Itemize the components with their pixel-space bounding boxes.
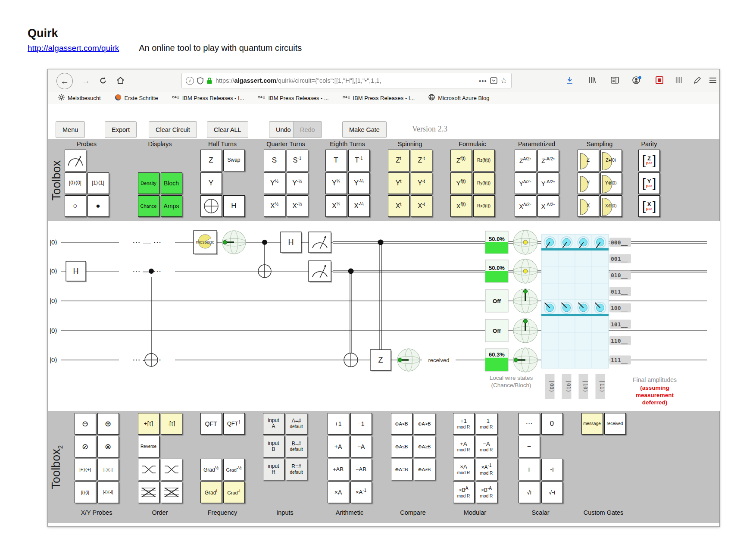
gate-b[interactable]: ×B-Amod R xyxy=(476,482,497,503)
gate-x-0[interactable]: X⊕|0⟩ xyxy=(600,195,622,217)
gate-x[interactable]: Xf(t) xyxy=(450,195,472,217)
gate-x[interactable]: Xt xyxy=(388,195,409,217)
gate-x[interactable]: [Xpar] xyxy=(638,195,660,217)
gate-a[interactable]: +Amod R xyxy=(453,436,475,457)
gate-z-0[interactable]: Z●|0⟩ xyxy=(600,150,622,171)
gate-z[interactable]: Zt xyxy=(388,150,409,171)
gate-bloch[interactable]: Bloch xyxy=(161,172,182,194)
gate-chance[interactable]: Chance xyxy=(138,195,159,217)
control-dot-classical[interactable] xyxy=(348,269,354,274)
gate-1-1[interactable]: |1⟩⟨1| xyxy=(87,172,109,194)
gate-dot-open[interactable]: ○ xyxy=(65,195,86,217)
gate-y[interactable]: Yf(t) xyxy=(450,172,472,194)
gate-a[interactable]: ×A xyxy=(328,482,349,503)
gate-y[interactable]: YA/2ⁿ xyxy=(515,172,536,194)
gate-x[interactable]: X½ xyxy=(264,195,285,217)
gate-x[interactable]: X-t xyxy=(411,195,432,217)
url-bar[interactable]: i https://algassert.com/quirk#circuit={"… xyxy=(181,73,512,88)
gate-x[interactable]: X-A/2ⁿ xyxy=(537,195,559,217)
clear-all-button[interactable]: Clear ALL xyxy=(207,121,248,138)
gate-[interactable]: ⊖ xyxy=(75,413,96,435)
gate-swap[interactable]: Swap xyxy=(223,150,245,171)
gate-weave[interactable] xyxy=(161,482,182,503)
gate-a[interactable]: −Amod R xyxy=(476,436,497,457)
gate-x[interactable]: X-½ xyxy=(287,195,308,217)
gate-y[interactable]: [Ypar] xyxy=(638,172,660,194)
app-menu-icon[interactable] xyxy=(706,74,719,87)
gate-[interactable]: ⋯ xyxy=(519,413,540,435)
gate-y[interactable]: Y½ xyxy=(264,172,285,194)
gate-a[interactable]: ×Amod R xyxy=(453,459,475,480)
gate-a[interactable]: +A xyxy=(328,436,349,457)
gate-[interactable]: − xyxy=(519,436,540,457)
gate-y[interactable]: Y-½ xyxy=(287,172,308,194)
gate-z[interactable]: Z-t xyxy=(411,150,432,171)
gate-t[interactable]: T-1 xyxy=(348,150,370,171)
gate-ab[interactable]: +AB xyxy=(328,459,349,480)
gate-y[interactable]: Yt xyxy=(388,172,409,194)
gate-a[interactable]: −A xyxy=(350,436,372,457)
gate-y-0[interactable]: Y⊗|0⟩ xyxy=(600,172,622,194)
star-icon[interactable]: ☆ xyxy=(500,76,507,85)
gate-x[interactable]: XA/2ⁿ xyxy=(515,195,536,217)
lock-icon[interactable] xyxy=(206,77,212,84)
gate-rx-f-t[interactable]: Rx(f(t)) xyxy=(473,195,495,217)
gate-y[interactable]: Y-A/2ⁿ xyxy=(537,172,559,194)
gate-z[interactable]: Z xyxy=(200,150,222,171)
gate-1[interactable]: −1 xyxy=(350,413,372,435)
reader-view-icon[interactable] xyxy=(608,74,621,87)
control-dot[interactable] xyxy=(149,269,154,274)
gate-rz-f-t[interactable]: Rz(f(t)) xyxy=(473,150,495,171)
extension-bars-icon[interactable] xyxy=(673,74,686,87)
gate-s[interactable]: S xyxy=(264,150,285,171)
quirk-link[interactable]: http://algassert.com/quirk xyxy=(28,44,119,53)
control-dot[interactable] xyxy=(262,240,267,245)
gate-lines[interactable]: B=#default xyxy=(286,436,307,457)
gate-1[interactable]: +1mod R xyxy=(453,413,475,435)
redo-button[interactable]: Redo xyxy=(293,121,322,138)
export-button[interactable]: Export xyxy=(105,121,137,138)
bookmark-item[interactable]: Meistbesucht xyxy=(58,94,101,102)
gate-net[interactable] xyxy=(161,459,182,480)
bookmark-item[interactable]: Erste Schritte xyxy=(115,94,158,102)
gate-a-b[interactable]: ⊕A≥B xyxy=(414,436,435,457)
gate-i[interactable]: -i xyxy=(541,459,563,480)
gate-x[interactable]: X-¼ xyxy=(348,195,370,217)
ellipsis-gate[interactable]: ⋯ — ⋯ xyxy=(132,238,162,247)
gate-1[interactable]: +1 xyxy=(328,413,349,435)
gate-b[interactable]: ×BAmod R xyxy=(453,482,475,503)
gate-reverse[interactable]: Reverse xyxy=(138,436,159,457)
make-gate-button[interactable]: Make Gate xyxy=(342,121,387,138)
gate-weave[interactable] xyxy=(138,482,159,503)
extension-red-icon[interactable] xyxy=(653,74,666,87)
gate-i-i[interactable]: |-i⟩⟨-i| xyxy=(97,482,119,503)
reload-icon[interactable] xyxy=(95,73,111,88)
gate-amps[interactable]: Amps xyxy=(161,195,182,217)
gate-t[interactable]: +⌈t⌉ xyxy=(138,413,159,435)
gate-0-0[interactable]: |0⟩⟨0| xyxy=(65,172,86,194)
gate-grad[interactable]: Grad½ xyxy=(200,459,222,480)
gate-grad[interactable]: Grad-t xyxy=(223,482,245,503)
gate-qft[interactable]: QFT† xyxy=(223,413,245,435)
gate-h[interactable]: H xyxy=(223,195,245,217)
gate-measure[interactable] xyxy=(309,261,331,282)
gate-meter[interactable] xyxy=(65,150,86,171)
clear-circuit-button[interactable]: Clear Circuit xyxy=(149,121,197,138)
gate-s[interactable]: S-1 xyxy=(287,150,308,171)
gate-lines[interactable]: inputB xyxy=(263,436,284,457)
gate-a-b[interactable]: ⊕A>B xyxy=(414,413,435,435)
gate-lines[interactable]: inputR xyxy=(263,459,284,480)
back-icon[interactable]: ← xyxy=(56,73,73,89)
gate-z[interactable]: [Zpar] xyxy=(638,150,660,171)
menu-button[interactable]: Menu xyxy=(56,121,85,138)
gate-received[interactable]: received xyxy=(604,413,626,435)
info-icon[interactable]: i xyxy=(186,77,194,85)
download-icon[interactable] xyxy=(563,74,576,87)
gate-z[interactable]: Zf(t) xyxy=(450,150,472,171)
gate-grad[interactable]: Gradt xyxy=(200,482,222,503)
gate-a[interactable]: ×A-1mod R xyxy=(476,459,497,480)
url-text[interactable]: https://algassert.com/quirk#circuit={"co… xyxy=(216,77,476,84)
gate-grad[interactable]: Grad-½ xyxy=(223,459,245,480)
gate-a-b[interactable]: ⊕A≤B xyxy=(391,436,412,457)
gate-[interactable]: |-⟩⟨-| xyxy=(97,459,119,480)
